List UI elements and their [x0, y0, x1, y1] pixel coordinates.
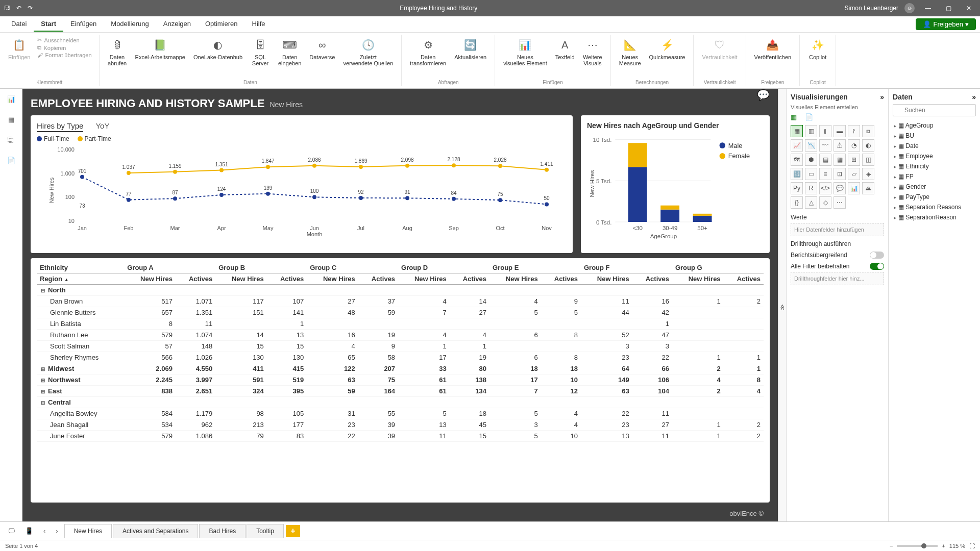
ribbon-dataverse[interactable]: ∞Dataverse [306, 35, 338, 62]
collapse-icon[interactable]: » [880, 93, 884, 101]
viz-type-icon[interactable]: ◐ [862, 139, 874, 152]
field-bu[interactable]: ▸ ▦ BU [893, 131, 976, 141]
drillthrough-drop[interactable]: Drillthroughfelder hier hinz... [791, 272, 884, 285]
viz-type-icon[interactable]: ▥ [805, 125, 817, 137]
viz-type-icon[interactable]: ◇ [819, 196, 831, 209]
viz-type-icon[interactable]: R [805, 182, 817, 194]
field-ethnicity[interactable]: ▸ ▦ Ethnicity [893, 161, 976, 171]
viz-type-icon[interactable]: ⏃ [834, 139, 846, 152]
viz-type-icon[interactable]: ⛰ [862, 182, 874, 194]
viz-type-icon[interactable]: ⫯ [848, 125, 860, 137]
page-tab[interactable]: New Hires [64, 524, 112, 538]
ribbon-zuletzt-verwendete-quellen[interactable]: 🕓Zuletztverwendete Quellen [340, 35, 396, 68]
prev-page-button[interactable]: ‹ [39, 525, 50, 537]
ribbon-daten-transformieren[interactable]: ⚙Datentransformieren [407, 35, 449, 68]
viz-type-icon[interactable]: 💬 [834, 182, 846, 194]
viz-type-icon[interactable]: </> [819, 182, 831, 194]
mobile-view-icon[interactable]: 📱 [21, 525, 37, 537]
model-view-icon[interactable]: ⿻ [5, 134, 17, 146]
desktop-view-icon[interactable]: 🖵 [4, 525, 19, 537]
save-icon[interactable]: 🖫 [4, 5, 10, 12]
viz-type-icon[interactable]: ◔ [848, 139, 860, 152]
minimize-button[interactable]: — [921, 5, 935, 12]
values-drop[interactable]: Hier Datenfelder hinzufügen [791, 223, 884, 236]
viz-type-icon[interactable]: ▦ [834, 154, 846, 166]
line-chart-card[interactable]: Hires by TypeYoY Full-Time Part-Time 10.… [31, 115, 573, 253]
user-avatar-icon[interactable]: ☺ [904, 3, 915, 13]
ribbon-ver-ffentlichen[interactable]: 📤Veröffentlichen [751, 35, 795, 62]
viz-type-icon[interactable]: ▦ [791, 125, 803, 137]
menu-tab-start[interactable]: Start [34, 17, 63, 32]
build-visual-icon[interactable]: ▦ [791, 113, 797, 121]
viz-type-icon[interactable]: 🔢 [791, 168, 803, 180]
viz-type-icon[interactable]: ◈ [862, 168, 874, 180]
format-visual-icon[interactable]: 📄 [805, 113, 813, 121]
comment-icon[interactable]: 💬 [757, 89, 770, 101]
viz-type-icon[interactable]: 📉 [805, 139, 817, 152]
ribbon-quickmeasure[interactable]: ⚡Quickmeasure [646, 35, 689, 62]
field-date[interactable]: ▸ ▦ Date [893, 141, 976, 151]
page-tab[interactable]: Bad Hires [199, 524, 246, 538]
viz-type-icon[interactable]: ▤ [819, 154, 831, 166]
menu-tab-einfügen[interactable]: Einfügen [63, 17, 104, 32]
fit-page-icon[interactable]: ⛶ [969, 543, 975, 549]
field-agegroup[interactable]: ▸ ▦ AgeGroup [893, 120, 976, 131]
viz-type-icon[interactable]: Py [791, 182, 803, 194]
chart-tab[interactable]: Hires by Type [37, 121, 83, 132]
maximize-button[interactable]: ▢ [941, 5, 955, 12]
viz-type-icon[interactable]: 📊 [848, 182, 860, 194]
matrix-visual[interactable]: EthnicityGroup AGroup BGroup CGroup DGro… [31, 258, 770, 503]
viz-type-icon[interactable]: 〰 [819, 139, 831, 152]
viz-type-icon[interactable]: ◫ [862, 154, 874, 166]
report-canvas[interactable]: EMPLOYEE HIRING AND HISTORY SAMPLE New H… [22, 89, 778, 521]
dax-view-icon[interactable]: 📄 [5, 154, 17, 166]
field-separation reasons[interactable]: ▸ ▦ Separation Reasons [893, 202, 976, 212]
viz-type-icon[interactable]: △ [805, 196, 817, 209]
ribbon-onelake-datenhub[interactable]: ◐OneLake-Datenhub [190, 35, 246, 62]
share-button[interactable]: 👤 Freigeben ▾ [916, 18, 976, 30]
menu-tab-datei[interactable]: Datei [4, 17, 34, 32]
zoom-in-button[interactable]: + [942, 543, 945, 549]
viz-type-icon[interactable]: ≡ [819, 168, 831, 180]
viz-type-icon[interactable]: 🗺 [791, 154, 803, 166]
menu-tab-modellierung[interactable]: Modellierung [104, 17, 156, 32]
viz-type-icon[interactable]: ⧈ [862, 125, 874, 137]
viz-type-icon[interactable]: ▭ [805, 168, 817, 180]
collapse-icon[interactable]: » [972, 93, 976, 101]
page-tab[interactable]: Actives and Separations [113, 524, 198, 538]
viz-type-icon[interactable]: 📈 [791, 139, 803, 152]
ribbon-sql-server[interactable]: 🗄SQLServer [248, 35, 273, 68]
filter-pane-collapsed[interactable]: ≪Filter [778, 89, 786, 521]
viz-type-icon[interactable]: ▬ [834, 125, 846, 137]
undo-icon[interactable]: ↶ [16, 5, 21, 12]
zoom-out-button[interactable]: − [890, 543, 893, 549]
field-paytype[interactable]: ▸ ▦ PayType [893, 192, 976, 202]
ribbon-weitere-visuals[interactable]: ⋯WeitereVisuals [580, 35, 605, 68]
viz-type-icon[interactable]: {} [791, 196, 803, 209]
chart-tab[interactable]: YoY [95, 121, 109, 132]
bar-chart-card[interactable]: New Hires nach AgeGroup und Gender 10 Ts… [581, 115, 770, 253]
next-page-button[interactable]: › [52, 525, 62, 537]
add-page-button[interactable]: + [286, 525, 300, 537]
ribbon-neues-measure[interactable]: 📐NeuesMeasure [616, 35, 644, 68]
page-tab[interactable]: Tooltip [247, 524, 284, 538]
redo-icon[interactable]: ↷ [28, 5, 33, 12]
search-input[interactable] [893, 104, 976, 116]
viz-type-icon[interactable]: ⬢ [805, 154, 817, 166]
menu-tab-optimieren[interactable]: Optimieren [198, 17, 245, 32]
keep-filters-toggle[interactable] [870, 263, 884, 270]
ribbon-neues-visuelles-element[interactable]: 📊Neuesvisuelles Element [500, 35, 550, 68]
ribbon-textfeld[interactable]: ATextfeld [552, 35, 578, 62]
viz-type-icon[interactable]: ⋯ [834, 196, 846, 209]
viz-type-icon[interactable]: ⫿ [819, 125, 831, 137]
viz-type-icon[interactable]: ⊡ [834, 168, 846, 180]
ribbon-daten-abrufen[interactable]: 🛢Datenabrufen [105, 35, 130, 68]
menu-tab-anzeigen[interactable]: Anzeigen [156, 17, 198, 32]
field-fp[interactable]: ▸ ▦ FP [893, 171, 976, 182]
field-employee[interactable]: ▸ ▦ Employee [893, 151, 976, 161]
ribbon-excel-arbeitsmappe[interactable]: 📗Excel-Arbeitsmappe [132, 35, 188, 62]
close-button[interactable]: ✕ [962, 5, 976, 12]
ribbon-daten-eingeben[interactable]: ⌨Dateneingeben [275, 35, 304, 68]
table-view-icon[interactable]: ▦ [5, 113, 17, 126]
field-gender[interactable]: ▸ ▦ Gender [893, 182, 976, 192]
